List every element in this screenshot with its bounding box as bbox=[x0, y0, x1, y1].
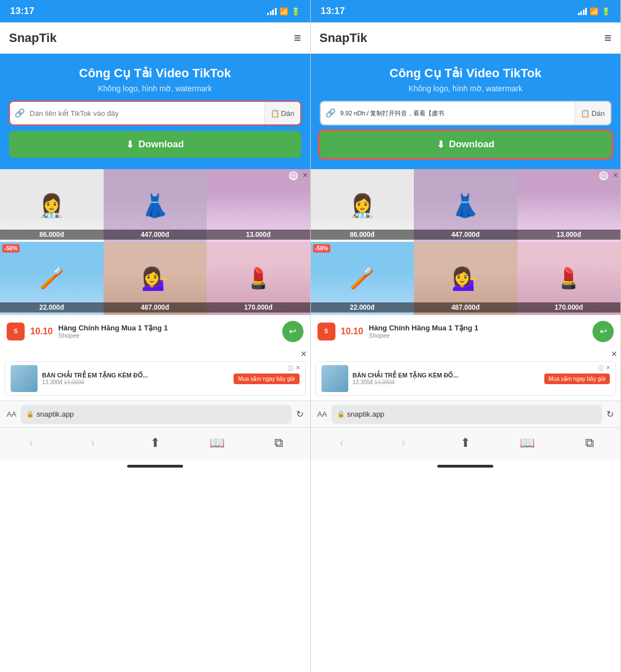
mini-ad-cta-right[interactable]: Mua sắm ngay bây giờ bbox=[544, 374, 610, 384]
shopee-text-left: Hàng Chính Hãng Mua 1 Tặng 1 Shopee bbox=[58, 324, 276, 339]
close-banner-right: × bbox=[311, 347, 621, 361]
ad-cell-fashion-right[interactable]: 👗 447.000đ bbox=[414, 169, 517, 242]
ad-price-nurse-left: 86.000đ bbox=[0, 230, 104, 240]
shopee-logo-right: S bbox=[317, 323, 335, 340]
status-icons-left: 📶 🔋 bbox=[267, 7, 300, 16]
ad-cell-purple-left[interactable]: ⓘ ✕ 13.000đ bbox=[207, 169, 310, 242]
menu-button-left[interactable]: ≡ bbox=[294, 31, 301, 45]
close-x-right[interactable]: × bbox=[611, 348, 617, 360]
ad-price-brush-right: 22.000đ bbox=[311, 302, 414, 312]
browser-bar-right: AA 🔒 snaptik.app ↻ bbox=[311, 400, 621, 427]
ad-price-woman-right: 487.000đ bbox=[414, 302, 517, 312]
refresh-button-left[interactable]: ↻ bbox=[296, 409, 304, 419]
back-button-left[interactable]: ‹ bbox=[18, 436, 43, 450]
paste-button-right[interactable]: 📋 Dán bbox=[575, 102, 610, 124]
lock-icon-left: 🔒 bbox=[26, 410, 34, 418]
hero-title-left: Công Cụ Tải Video TikTok bbox=[9, 66, 301, 81]
paste-icon-right: 📋 bbox=[581, 109, 590, 118]
ad-cell-brush-right[interactable]: -50% 🪥 22.000đ bbox=[311, 242, 414, 315]
forward-button-right[interactable]: › bbox=[391, 436, 416, 450]
ad-info-icon-right: ⓘ bbox=[599, 171, 608, 180]
mini-ad-info-icon-left: ⓘ bbox=[288, 365, 293, 372]
aa-text-left[interactable]: AA bbox=[7, 410, 16, 418]
close-x-left[interactable]: × bbox=[301, 348, 307, 360]
ad-price-woman-left: 487.000đ bbox=[104, 302, 207, 312]
ad-cell-lips-left[interactable]: 💄 170.000đ bbox=[207, 242, 310, 315]
logo-right: SnapTik bbox=[320, 31, 367, 45]
share-button-right[interactable]: ↩ bbox=[592, 321, 614, 342]
ad-price-brush-left: 22.000đ bbox=[0, 302, 104, 312]
url-bar-right[interactable]: 🔒 snaptik.app bbox=[331, 405, 602, 424]
mini-ad-cta-left[interactable]: Mua sắm ngay bây giờ bbox=[234, 374, 300, 384]
ad-cell-woman-right[interactable]: 💁‍♀️ 487.000đ bbox=[414, 242, 517, 315]
mini-ad-close-right[interactable]: ✕ bbox=[606, 365, 610, 372]
refresh-button-right[interactable]: ↻ bbox=[606, 409, 614, 419]
shopee-text-right: Hàng Chính Hãng Mua 1 Tặng 1 Shopee bbox=[369, 324, 587, 339]
hero-right: Công Cụ Tải Video TikTok Không logo, hìn… bbox=[311, 54, 621, 169]
close-banner-left: × bbox=[0, 347, 310, 361]
search-bar-left[interactable]: 🔗 📋 Dán bbox=[9, 101, 301, 125]
battery-icon-right: 🔋 bbox=[601, 7, 610, 16]
mini-ad-info-icon-right: ⓘ bbox=[598, 365, 604, 372]
ad-price-purple-left: 13.000đ bbox=[207, 230, 310, 240]
tabs-button-left[interactable]: ⧉ bbox=[267, 436, 291, 450]
tabs-button-right[interactable]: ⧉ bbox=[577, 436, 602, 450]
status-time-right: 13:17 bbox=[321, 6, 345, 17]
download-button-left[interactable]: ⬇ Download bbox=[9, 131, 301, 158]
home-indicator-right bbox=[311, 460, 621, 472]
url-bar-left[interactable]: 🔒 snaptik.app bbox=[21, 405, 291, 424]
ad-cell-purple-right[interactable]: ⓘ ✕ 13.000đ bbox=[517, 169, 621, 242]
ad-grid-row2-left: -50% 🪥 22.000đ 💁‍♀️ 487.000đ 💄 170.000đ bbox=[0, 242, 310, 315]
back-button-right[interactable]: ‹ bbox=[329, 436, 354, 450]
aa-text-right[interactable]: AA bbox=[317, 410, 327, 418]
home-bar-left bbox=[127, 465, 183, 468]
status-icons-right: 📶 🔋 bbox=[578, 7, 611, 16]
paste-button-left[interactable]: 📋 Dán bbox=[264, 102, 300, 124]
link-icon-right: 🔗 bbox=[321, 108, 340, 118]
forward-button-left[interactable]: › bbox=[81, 436, 105, 450]
search-bar-right[interactable]: 🔗 📋 Dán bbox=[320, 101, 612, 125]
bookmarks-button-left[interactable]: 📖 bbox=[204, 436, 229, 450]
ad-grid-row1-right: 👩‍⚕️ 86.000đ 👗 447.000đ ⓘ ✕ 13.000đ bbox=[311, 169, 621, 242]
menu-button-right[interactable]: ≡ bbox=[604, 31, 611, 45]
mini-ad-info-right: BÀN CHẢI TRẺ EM TẶNG KÈM ĐỐ... 13.300đ 1… bbox=[353, 372, 540, 385]
hero-subtitle-left: Không logo, hình mờ, watermark bbox=[9, 84, 301, 93]
mini-ad-wrapper-right: BÀN CHẢI TRẺ EM TẶNG KÈM ĐỐ... 13.300đ 1… bbox=[313, 361, 619, 398]
ad-info-icon-left: ⓘ bbox=[289, 171, 298, 180]
share-toolbar-left[interactable]: ⬆ bbox=[143, 436, 167, 450]
mini-ad-close-left[interactable]: ✕ bbox=[296, 365, 300, 372]
ad-close-left[interactable]: ✕ bbox=[302, 171, 308, 179]
ad-cell-brush-left[interactable]: -50% 🪥 22.000đ bbox=[0, 242, 104, 315]
wifi-icon-left: 📶 bbox=[279, 7, 288, 16]
mini-ad-right[interactable]: BÀN CHẢI TRẺ EM TẶNG KÈM ĐỐ... 13.300đ 1… bbox=[315, 361, 617, 396]
ad-cell-nurse-left[interactable]: 👩‍⚕️ 86.000đ bbox=[0, 169, 104, 242]
search-input-left[interactable] bbox=[30, 109, 264, 118]
download-button-right[interactable]: ⬇ Download bbox=[320, 131, 612, 158]
hero-subtitle-right: Không logo, hình mờ, watermark bbox=[320, 84, 612, 93]
share-button-left[interactable]: ↩ bbox=[282, 321, 304, 342]
navbar-left: SnapTik ≡ bbox=[0, 22, 310, 54]
download-icon-left: ⬇ bbox=[126, 139, 134, 151]
mini-ad-info-left: BÀN CHẢI TRẺ EM TẶNG KÈM ĐỐ... 13.300đ 1… bbox=[42, 372, 229, 385]
browser-bar-left: AA 🔒 snaptik.app ↻ bbox=[0, 400, 310, 427]
mini-ad-wrapper-left: BÀN CHẢI TRẺ EM TẶNG KÈM ĐỐ... 13.300đ 1… bbox=[2, 361, 308, 398]
mini-ad-left[interactable]: BÀN CHẢI TRẺ EM TẶNG KÈM ĐỐ... 13.300đ 1… bbox=[4, 361, 306, 396]
ad-price-fashion-right: 447.000đ bbox=[414, 230, 517, 240]
ad-close-right[interactable]: ✕ bbox=[613, 171, 618, 179]
shopee-logo-left: S bbox=[7, 323, 25, 340]
shopee-sale-left: 10.10 bbox=[30, 326, 53, 337]
ad-cell-nurse-right[interactable]: 👩‍⚕️ 86.000đ bbox=[311, 169, 414, 242]
ad-discount-left: -50% bbox=[2, 244, 20, 253]
ad-cell-woman-left[interactable]: 💁‍♀️ 487.000đ bbox=[104, 242, 207, 315]
mini-ad-thumb-right bbox=[321, 365, 348, 392]
hero-left: Công Cụ Tải Video TikTok Không logo, hìn… bbox=[0, 54, 310, 169]
bookmarks-button-right[interactable]: 📖 bbox=[515, 436, 540, 450]
ad-cell-fashion-left[interactable]: 👗 447.000đ bbox=[104, 169, 207, 242]
share-toolbar-right[interactable]: ⬆ bbox=[453, 436, 478, 450]
ad-cell-lips-right[interactable]: 💄 170.000đ bbox=[517, 242, 621, 315]
shopee-sale-right: 10.10 bbox=[341, 326, 363, 337]
mini-ad-thumb-left bbox=[11, 365, 38, 392]
bottom-toolbar-left: ‹ › ⬆ 📖 ⧉ bbox=[0, 427, 310, 460]
search-input-right[interactable] bbox=[340, 110, 575, 116]
navbar-right: SnapTik ≡ bbox=[311, 22, 621, 54]
